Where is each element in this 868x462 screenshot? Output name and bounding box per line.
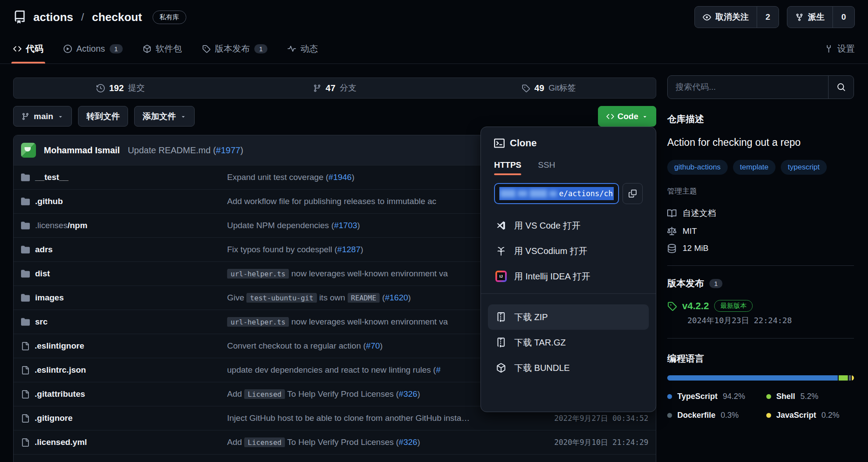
language-legend-item[interactable]: JavaScript0.2% xyxy=(766,411,854,420)
go-to-file-button[interactable]: 转到文件 xyxy=(78,106,128,127)
history-icon xyxy=(96,84,105,92)
issue-link[interactable]: #1287 xyxy=(337,245,360,254)
sidebar-divider xyxy=(667,265,854,266)
commit-message[interactable]: Update README.md (#1977) xyxy=(128,145,243,155)
code-brackets-icon xyxy=(606,113,614,120)
issue-link[interactable]: #70 xyxy=(366,341,380,350)
commit-date-cell: 2020年9月10日 21:24:29 xyxy=(482,437,648,448)
file-link[interactable]: dist xyxy=(35,269,50,279)
download-item[interactable]: 下载 BUNDLE xyxy=(488,355,649,381)
folder-icon xyxy=(21,245,30,254)
issue-link[interactable]: #1703 xyxy=(334,221,357,230)
file-link[interactable]: src xyxy=(35,317,48,327)
repo-meta-item[interactable]: MIT xyxy=(667,226,854,236)
language-color-dot xyxy=(766,413,771,418)
issue-link[interactable]: #1977 xyxy=(216,145,241,155)
issue-link[interactable]: #1946 xyxy=(328,173,352,182)
file-link[interactable]: .gitignore xyxy=(35,413,73,423)
file-name-cell: .licensed.yml xyxy=(21,437,227,447)
latest-release-badge: 最新版本 xyxy=(714,300,753,312)
repo-actions: 取消关注 2 派生 0 xyxy=(694,6,855,28)
repo-meta-item[interactable]: 自述文档 xyxy=(667,208,854,219)
language-bar[interactable] xyxy=(667,375,854,381)
topic-pill[interactable]: template xyxy=(733,160,776,175)
tab-code[interactable]: 代码 xyxy=(13,34,43,63)
file-link[interactable]: .licensed.yml xyxy=(35,437,87,447)
topic-pill[interactable]: typescript xyxy=(781,160,827,175)
search-button[interactable] xyxy=(828,76,854,99)
download-item[interactable]: 下载 TAR.GZ xyxy=(488,330,649,355)
file-link[interactable]: .github xyxy=(35,197,63,206)
open-in-editor-item[interactable]: 用 VSCodium 打开 xyxy=(488,238,649,264)
file-path-prefix: .licenses xyxy=(35,221,68,230)
repo-meta-item[interactable]: 12 MiB xyxy=(667,243,854,253)
tab-actions[interactable]: Actions 1 xyxy=(64,34,123,63)
issue-link[interactable]: #1620 xyxy=(385,293,408,302)
tab-actions-label: Actions xyxy=(76,44,105,54)
file-link[interactable]: __test__ xyxy=(35,173,68,182)
file-link[interactable]: .gitattributes xyxy=(35,389,85,399)
unwatch-button[interactable]: 取消关注 xyxy=(695,7,757,28)
file-link[interactable]: .eslintignore xyxy=(35,341,84,351)
language-legend-item[interactable]: Dockerfile0.3% xyxy=(667,411,766,420)
commits-count: 192 xyxy=(109,83,124,93)
file-link[interactable]: images xyxy=(35,293,64,303)
language-percent: 94.2% xyxy=(723,392,745,401)
branch-selector[interactable]: main xyxy=(13,106,72,127)
issue-link[interactable]: # xyxy=(436,365,441,374)
file-link[interactable]: .licenses/npm xyxy=(35,221,87,230)
language-legend-item[interactable]: Shell5.2% xyxy=(766,392,854,401)
clone-url-input[interactable]: e/actions/ch xyxy=(494,183,619,204)
clone-header: Clone xyxy=(488,138,649,149)
repo-link[interactable]: checkout xyxy=(92,11,142,24)
tab-activity[interactable]: 动态 xyxy=(288,34,318,63)
meta-label: MIT xyxy=(683,226,697,236)
issue-link[interactable]: #326 xyxy=(399,389,417,399)
tab-settings[interactable]: 设置 xyxy=(825,34,855,63)
open-in-editor-item[interactable]: IJ用 Intellij IDEA 打开 xyxy=(488,264,649,289)
forks-count[interactable]: 0 xyxy=(832,7,854,28)
tab-packages[interactable]: 软件包 xyxy=(143,34,182,63)
code-search-input[interactable] xyxy=(668,76,828,99)
manage-topics-link[interactable]: 管理主题 xyxy=(667,186,854,196)
issue-link[interactable]: #326 xyxy=(399,437,417,447)
fork-button[interactable]: 派生 xyxy=(787,7,832,28)
commit-message-text: Inject GitHub host to be able to clone f… xyxy=(227,413,470,423)
file-link[interactable]: adrs xyxy=(35,245,53,254)
package-icon xyxy=(495,363,507,373)
add-file-button[interactable]: 添加文件 xyxy=(134,106,195,127)
commits-stat[interactable]: 192 提交 xyxy=(14,82,228,94)
tab-packages-label: 软件包 xyxy=(156,43,182,55)
topics-list: github-actionstemplatetypescript xyxy=(667,160,854,175)
commit-message-cell: url-helper.ts now leverages well-known e… xyxy=(227,317,482,327)
language-bar-segment xyxy=(852,375,854,381)
path-separator: / xyxy=(81,11,84,23)
language-legend-item[interactable]: TypeScript94.2% xyxy=(667,392,766,401)
clone-tab-https[interactable]: HTTPS xyxy=(494,160,521,175)
tab-releases[interactable]: 版本发布 1 xyxy=(202,34,267,63)
topic-pill[interactable]: github-actions xyxy=(667,160,728,175)
watchers-count[interactable]: 2 xyxy=(757,7,779,28)
commit-author[interactable]: Mohammad Ismail xyxy=(44,145,120,155)
commit-message-text: now leverages well-known environment va xyxy=(289,269,448,278)
code-dropdown-button[interactable]: Code xyxy=(598,106,657,127)
tag-icon xyxy=(202,45,210,53)
release-row: v4.2.2 最新版本 xyxy=(667,300,854,312)
open-in-editor-item[interactable]: 用 VS Code 打开 xyxy=(488,213,649,238)
copy-url-button[interactable] xyxy=(623,183,643,204)
file-link[interactable]: .eslintrc.json xyxy=(35,365,86,375)
avatar[interactable] xyxy=(21,143,36,158)
language-name: JavaScript xyxy=(776,411,816,420)
download-item[interactable]: 下载 ZIP xyxy=(488,304,649,330)
branches-stat[interactable]: 47 分支 xyxy=(228,82,441,94)
tags-stat[interactable]: 49 Git标签 xyxy=(442,82,656,94)
repo-sidebar: 仓库描述 Action for checking out a repo gith… xyxy=(667,75,854,420)
commits-label: 提交 xyxy=(128,82,145,94)
code-button-label: Code xyxy=(618,112,639,121)
owner-link[interactable]: actions xyxy=(33,11,73,24)
meta-label: 12 MiB xyxy=(683,243,708,253)
commit-message-text: Add xyxy=(227,437,244,447)
clone-tab-ssh[interactable]: SSH xyxy=(538,160,555,175)
code-chip: url-helper.ts xyxy=(227,269,289,279)
release-version-link[interactable]: v4.2.2 xyxy=(682,300,709,312)
